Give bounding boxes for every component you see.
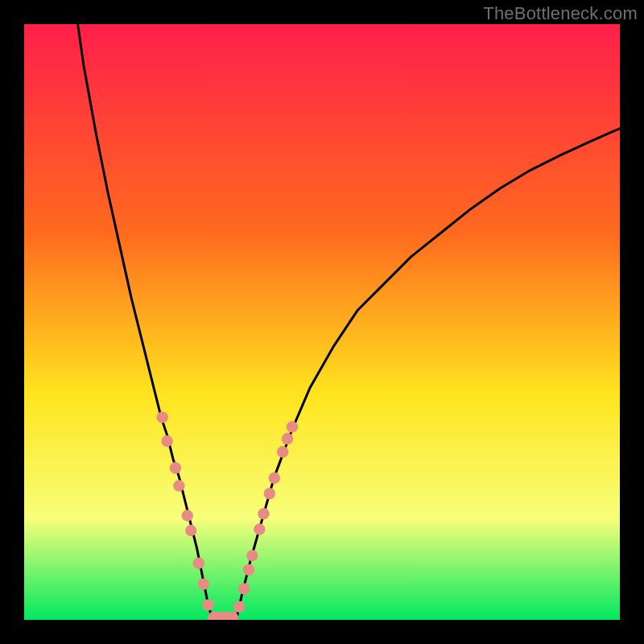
data-dot xyxy=(264,488,275,499)
data-dot xyxy=(185,525,196,536)
data-dot xyxy=(287,421,298,432)
data-dot xyxy=(233,601,245,613)
data-dot xyxy=(238,583,250,594)
data-dot xyxy=(198,578,209,589)
data-dot xyxy=(277,446,288,457)
plot-area xyxy=(24,24,620,620)
data-dot xyxy=(202,599,213,610)
data-dot xyxy=(161,436,172,447)
data-dot xyxy=(173,480,184,491)
data-dot xyxy=(156,411,167,423)
gradient-bg xyxy=(24,24,620,620)
data-dot xyxy=(243,564,254,576)
data-dot xyxy=(254,523,265,535)
data-dot xyxy=(282,433,293,444)
data-dot xyxy=(193,558,204,569)
data-dot xyxy=(170,462,181,473)
data-dot xyxy=(246,550,258,561)
data-dot xyxy=(258,508,269,519)
frame: TheBottleneck.com xyxy=(0,0,644,644)
watermark-text: TheBottleneck.com xyxy=(483,3,638,24)
chart-svg xyxy=(24,24,620,620)
data-dot xyxy=(182,510,193,521)
data-dot xyxy=(269,473,280,484)
